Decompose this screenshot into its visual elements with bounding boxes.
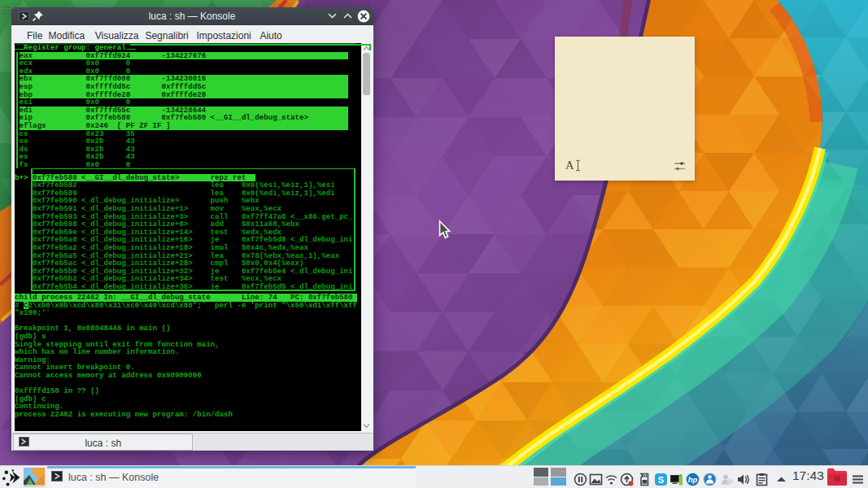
svg-text:hp: hp: [688, 475, 698, 484]
svg-text:S: S: [658, 475, 664, 485]
